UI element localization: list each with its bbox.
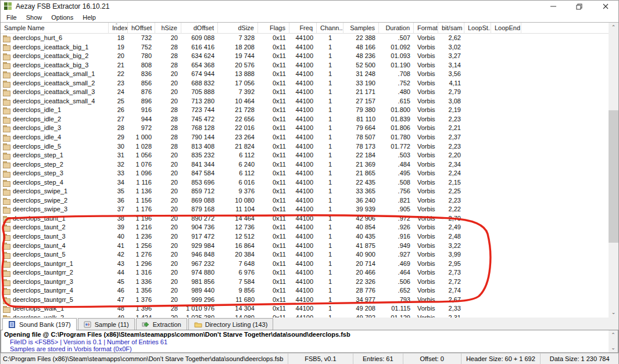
column-header-format[interactable]: Format: [414, 23, 438, 34]
tabbar: Sound Bank (197)Sample (11)ExtractionDir…: [1, 318, 618, 330]
cell-d_size: 20 576: [218, 61, 258, 70]
column-header-bit_per_sample[interactable]: bit/sam: [438, 23, 464, 34]
table-row[interactable]: deerclops_idle_5301 02828813 40821 8240x…: [1, 142, 610, 152]
cell-sample_name: deerclops_iceattack_small_4: [1, 97, 109, 106]
log-scrollbar[interactable]: ⌃ ⌄: [609, 330, 618, 352]
cell-duration: 01.806: [379, 124, 414, 133]
cell-loop_start: [464, 242, 491, 251]
cell-sample_name: deerclops_iceattack_big_3: [1, 61, 109, 70]
table-row[interactable]: deerclops_step_1311 05620835 2326 1120x1…: [1, 151, 610, 160]
cell-flags: 0x11: [258, 178, 289, 188]
table-row[interactable]: deerclops_tauntgrr_2441 31620974 8806 97…: [1, 268, 610, 277]
folder-icon: [3, 306, 10, 312]
cell-index: 24: [109, 88, 128, 97]
column-header-samples[interactable]: Samples: [344, 23, 379, 34]
table-row[interactable]: deerclops_taunt_4411 25620929 98416 8640…: [1, 242, 610, 251]
table-row[interactable]: deerclops_tauntgrr_1431 29620967 2327 64…: [1, 260, 610, 269]
sample-name-text: deerclops_idle_4: [13, 133, 61, 142]
table-row[interactable]: deerclops_tauntgrr_3451 33620981 8567 58…: [1, 277, 610, 287]
menu-item-file[interactable]: File: [2, 13, 22, 21]
cell-bit_per_sample: 2,48: [438, 232, 464, 242]
status-section-4: Offset: 0: [403, 354, 461, 364]
column-header-duration[interactable]: Duration: [379, 23, 414, 34]
table-row[interactable]: deerclops_hurt_61873220609 0887 3280x114…: [1, 34, 610, 43]
table-row[interactable]: deerclops_step_4341 11620853 6966 0160x1…: [1, 178, 610, 188]
column-header-d_offset[interactable]: dOffset: [181, 23, 218, 34]
table-row[interactable]: deerclops_walk_1481 396281 010 97614 304…: [1, 304, 610, 313]
tab-sound-bank-197[interactable]: Sound Bank (197): [2, 318, 77, 330]
cell-d_offset: 853 696: [181, 178, 218, 188]
table-row[interactable]: deerclops_idle_4291 00028790 14423 2640x…: [1, 133, 610, 142]
menu-item-options[interactable]: Options: [46, 13, 78, 21]
cell-duration: 01.190: [379, 61, 414, 70]
cell-format: Vorbis: [414, 142, 438, 152]
column-header-h_size[interactable]: hSize: [155, 23, 181, 34]
column-header-loop_start[interactable]: LoopSt...: [464, 23, 491, 34]
table-row[interactable]: deerclops_swipe_3371 17620879 16811 1040…: [1, 205, 610, 214]
cell-d_offset: 847 584: [181, 169, 218, 178]
table-row[interactable]: deerclops_iceattack_small_32487620705 88…: [1, 88, 610, 97]
table-scrollbar[interactable]: ⌃ ⌄: [609, 23, 618, 318]
cell-h_size: 20: [155, 169, 181, 178]
table-row[interactable]: deerclops_iceattack_small_42589620713 28…: [1, 97, 610, 106]
cell-h_size: 20: [155, 313, 181, 318]
cell-loop_end: [491, 169, 521, 178]
table-row[interactable]: deerclops_idle_32897228768 12822 0160x11…: [1, 124, 610, 133]
column-header-channels[interactable]: Chann...: [317, 23, 344, 34]
cell-samples: 40 900: [344, 250, 379, 260]
table-row[interactable]: deerclops_tauntgrr_4461 35620989 4409 85…: [1, 286, 610, 295]
minimize-button[interactable]: [540, 1, 566, 12]
cell-duration: .756: [379, 187, 414, 196]
table-row[interactable]: deerclops_iceattack_small_22385620688 83…: [1, 79, 610, 88]
table-row[interactable]: deerclops_taunt_5421 27620946 84820 3840…: [1, 250, 610, 260]
table-row[interactable]: deerclops_idle_12691628723 74421 7280x11…: [1, 106, 610, 115]
table-row[interactable]: deerclops_taunt_1381 19620890 27214 4640…: [1, 214, 610, 224]
table-row[interactable]: deerclops_iceattack_big_11975228616 4161…: [1, 43, 610, 52]
table-row[interactable]: deerclops_tauntgrr_5471 37620999 29611 6…: [1, 295, 610, 305]
cell-duration: .508: [379, 178, 414, 188]
cell-freq: 44100: [289, 232, 317, 242]
close-button[interactable]: [592, 1, 618, 12]
cell-h_offset: 780: [128, 52, 155, 61]
tab-directory-listing-143[interactable]: Directory Listing (143): [188, 318, 274, 330]
cell-channels: 1: [317, 151, 344, 160]
table-row[interactable]: deerclops_step_2321 07620841 3446 2400x1…: [1, 160, 610, 170]
table-row[interactable]: deerclops_step_3331 09620847 5846 1120x1…: [1, 169, 610, 178]
table-row[interactable]: deerclops_idle_22794428745 47222 6560x11…: [1, 115, 610, 124]
scrollbar-thumb[interactable]: [609, 110, 618, 243]
table-row[interactable]: deerclops_walk_2491 424201 025 28014 080…: [1, 313, 610, 318]
table-row[interactable]: deerclops_swipe_1351 13620859 7129 3760x…: [1, 187, 610, 196]
column-header-freq[interactable]: Freq: [289, 23, 317, 34]
table-row[interactable]: deerclops_taunt_2391 21620904 73612 7360…: [1, 223, 610, 232]
table-row[interactable]: deerclops_iceattack_small_12283620674 94…: [1, 70, 610, 79]
table-row[interactable]: deerclops_iceattack_big_32180828654 3682…: [1, 61, 610, 70]
column-header-h_offset[interactable]: hOffset: [128, 23, 155, 34]
tab-sample-11[interactable]: Sample (11): [78, 318, 135, 330]
column-header-flags[interactable]: Flags: [258, 23, 289, 34]
cell-h_size: 20: [155, 268, 181, 277]
cell-duration: .464: [379, 268, 414, 277]
tab-extraction[interactable]: Extraction: [136, 318, 187, 330]
menu-item-help[interactable]: Help: [78, 13, 101, 21]
sample-name-text: deerclops_tauntgrr_5: [13, 295, 73, 305]
table-row[interactable]: deerclops_taunt_3401 23620917 47212 5120…: [1, 232, 610, 242]
cell-duration: .615: [379, 97, 414, 106]
chevron-up-icon: ⌃: [611, 333, 616, 338]
cell-d_offset: 713 280: [181, 97, 218, 106]
maximize-button[interactable]: [566, 1, 592, 12]
menu-item-show[interactable]: Show: [22, 13, 47, 21]
column-header-loop_end[interactable]: LoopEnd: [491, 23, 521, 34]
scroll-down-button[interactable]: ⌄: [609, 308, 618, 318]
cell-sample_name: deerclops_taunt_2: [1, 223, 109, 232]
sample-name-text: deerclops_swipe_2: [13, 196, 67, 206]
cell-loop_start: [464, 61, 491, 70]
log-scroll-up-button[interactable]: ⌃: [609, 330, 618, 340]
column-header-d_size[interactable]: dSize: [218, 23, 258, 34]
folder-icon: [194, 321, 202, 328]
table-row[interactable]: deerclops_iceattack_big_22078028634 6241…: [1, 52, 610, 61]
table-row[interactable]: deerclops_swipe_2361 15620869 08810 0800…: [1, 196, 610, 206]
scroll-up-button[interactable]: ⌃: [609, 23, 618, 33]
log-scroll-down-button[interactable]: ⌄: [609, 343, 618, 352]
column-header-sample_name[interactable]: Sample Name: [1, 23, 109, 34]
column-header-index[interactable]: Indexˆ: [109, 23, 128, 34]
